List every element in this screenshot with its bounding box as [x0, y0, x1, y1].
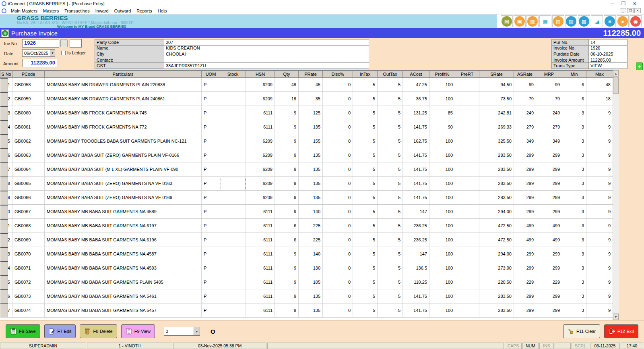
laptop-icon[interactable]: ▨ — [565, 15, 577, 27]
table-row: 17 GB0074 MOMMAS BABY MB BABA SUIT GARME… — [0, 303, 613, 318]
col-intax: InTax — [353, 71, 378, 78]
items-grid-zone: S No PCode Particulars UOM Stock HSN Qty… — [0, 70, 644, 320]
party-row: Party Code 307 — [95, 39, 369, 46]
party-row: Contact: — [95, 57, 369, 63]
app-logo-icon — [2, 1, 6, 6]
clear-button[interactable]: F11-Clear — [563, 324, 600, 338]
growth-chart-icon[interactable]: ◢ — [591, 15, 603, 27]
status-date: 03-11-2025 — [590, 343, 620, 349]
mdi-child-icon — [2, 8, 6, 13]
status-user: SUPERADMIN — [0, 343, 86, 349]
table-row: 1 GB0058 MOMMAS BABY MB DRAWER GARMENTS … — [0, 78, 613, 92]
menu-masters[interactable]: Masters — [40, 8, 62, 13]
inv-no-label: Inv No — [4, 41, 17, 46]
scroll-down-icon[interactable]: ▼ — [613, 314, 619, 320]
col-stock: Stock — [220, 71, 246, 78]
amount-field[interactable]: 112285.00 — [22, 59, 57, 67]
table-row: 15 GB0072 MOMMAS BABY MB BABA SUIT GARME… — [0, 275, 613, 289]
table-row: 6 GB0063 MOMMAS BABY BABA SUIT (ZERO) GA… — [0, 148, 613, 162]
minimize-icon[interactable]: – — [611, 1, 614, 6]
summary-row: Invoice Amount 112285.00 — [552, 57, 627, 63]
list-icon — [126, 328, 132, 334]
status-ins: INS — [539, 343, 554, 349]
col-pcode: PCode — [12, 71, 45, 78]
date-picker[interactable]: 06/Oct/2025 ▼ — [22, 49, 55, 57]
table-row: 16 GB0073 MOMMAS BABY MB BABA SUIT GARME… — [0, 289, 613, 303]
pos-monitor-icon[interactable]: ▧ — [552, 15, 564, 27]
status-bar: SUPERADMIN 1 - VINOTH 03-Nov-2025 05:38 … — [0, 342, 644, 349]
party-row: Name KIDS CREATION — [95, 45, 369, 51]
col-particulars: Particulars — [45, 71, 202, 78]
mobile-user-icon[interactable]: ◉ — [630, 15, 642, 27]
close-icon[interactable]: ✕ — [633, 1, 637, 6]
table-row: 12 GB0069 MOMMAS BABY MB BABA SUIT GARME… — [0, 233, 613, 247]
col-prert: PreRT — [455, 71, 479, 78]
piggy-bank-icon[interactable]: ● — [617, 15, 629, 27]
menu-outward[interactable]: Outward — [111, 8, 134, 13]
invoice-header-form: Inv No 1926 ... Date 06/Oct/2025 ▼ Is Le… — [0, 38, 644, 70]
col-qty: Qty — [275, 71, 299, 78]
status-terminal: 1 - VINOTH — [87, 343, 172, 349]
status-gap — [555, 343, 571, 349]
quick-launch-toolbar: ▤▣▥▦▧▨▩◢≡●◉ — [497, 15, 644, 28]
amount-label: Amount — [3, 61, 19, 66]
application-window: iConnect [ GRASS BERRIES ] - [Purchase E… — [0, 0, 644, 349]
col-asrate: ASRate — [514, 71, 536, 78]
col-srate: SRate — [479, 71, 514, 78]
restore-icon[interactable]: ❐ — [621, 1, 625, 6]
party-details-panel: Party Code 307 Name KIDS CREATION City C… — [95, 39, 369, 69]
is-ledger-label: Is Ledger — [67, 50, 86, 55]
add-row-button[interactable]: + — [636, 62, 643, 70]
is-ledger-checkbox[interactable] — [61, 51, 66, 55]
child-restore-icon[interactable]: ❐ — [627, 8, 634, 13]
copies-dropdown-icon[interactable]: ▼ — [194, 327, 200, 335]
col-outtax: OutTax — [378, 71, 403, 78]
payment-card-icon[interactable]: ▤ — [501, 15, 513, 27]
col-acost: ACost — [403, 71, 429, 78]
title-bar: iConnect [ GRASS BERRIES ] - [Purchase E… — [0, 0, 644, 7]
menu-help[interactable]: Help — [155, 8, 170, 13]
table-row: 5 GB0062 MOMMAS BABY TOOODLES BABA SUIT … — [0, 134, 613, 148]
inv-no-browse-button[interactable]: ... — [60, 39, 68, 47]
menu-reports[interactable]: Reports — [134, 8, 155, 13]
inv-no-field[interactable]: 1926 — [22, 39, 59, 48]
table-row: 14 GB0071 MOMMAS BABY MB BABA SUIT GARME… — [0, 261, 613, 275]
copies-select[interactable]: 3 ▼ — [164, 327, 200, 336]
is-ledger-checkbox-wrap: Is Ledger — [61, 50, 86, 55]
grid-right-filler — [619, 70, 644, 320]
calculator-icon[interactable]: ≡ — [604, 15, 616, 27]
child-minimize-icon[interactable]: _ — [620, 8, 626, 13]
menu-transactinos[interactable]: Transactinos — [62, 8, 93, 13]
vertical-scrollbar[interactable]: ▲ ▼ — [613, 70, 619, 320]
view-button[interactable]: F9-View — [121, 324, 155, 338]
delivery-truck-icon[interactable]: ▣ — [514, 15, 526, 27]
delete-button[interactable]: F8-Delete — [80, 324, 117, 338]
menu-inward[interactable]: Inward — [93, 8, 111, 13]
col-uom: UOM — [202, 71, 220, 78]
broom-icon — [568, 328, 574, 334]
menu-bar: Main Masters Masters Transactinos Inward… — [0, 7, 644, 15]
table-row: 2 GB0059 MOMMAS BABY MB DRAWER GARMENTS … — [0, 92, 613, 106]
status-scrl: SCRL — [572, 343, 589, 349]
display-icon[interactable]: ▩ — [578, 15, 590, 27]
save-button[interactable]: F6-Save — [6, 324, 40, 338]
table-row: 8 GB0065 MOMMAS BABY BABA SUIT (ZERO) GA… — [0, 177, 613, 191]
count-indicator: O — [211, 328, 215, 335]
shopping-cart-icon[interactable]: ▦ — [539, 15, 551, 27]
ledger-book-icon[interactable]: ▥ — [526, 15, 539, 27]
table-row: 3 GB0060 MOMMAS BABY MB FROCK GARMENTS N… — [0, 106, 613, 120]
exit-button[interactable]: F12-Exit — [604, 324, 638, 338]
status-num: NUM — [522, 343, 539, 349]
table-row: 11 GB0068 MOMMAS BABY MB BABA SUIT GARME… — [0, 219, 613, 233]
action-toolbar: F6-Save F7 Edit F8-Delete F9-View 3 ▼ O … — [0, 320, 644, 342]
date-dropdown-icon[interactable]: ▼ — [50, 50, 55, 56]
purchase-invoice-titlebar: Purchase Invoice 112285.00 — [0, 28, 644, 38]
inv-sub-field[interactable] — [70, 39, 82, 48]
child-close-icon[interactable]: ✕ — [634, 8, 641, 13]
company-header: GRASS BERRIES No.5A, VALLALAR KOIL WEST … — [0, 15, 644, 28]
scrollbar-thumb[interactable] — [613, 77, 619, 94]
col-hsn: HSN — [246, 71, 275, 78]
edit-button[interactable]: F7 Edit — [44, 324, 76, 338]
scroll-up-icon[interactable]: ▲ — [613, 70, 619, 77]
menu-main-masters[interactable]: Main Masters — [8, 8, 40, 13]
